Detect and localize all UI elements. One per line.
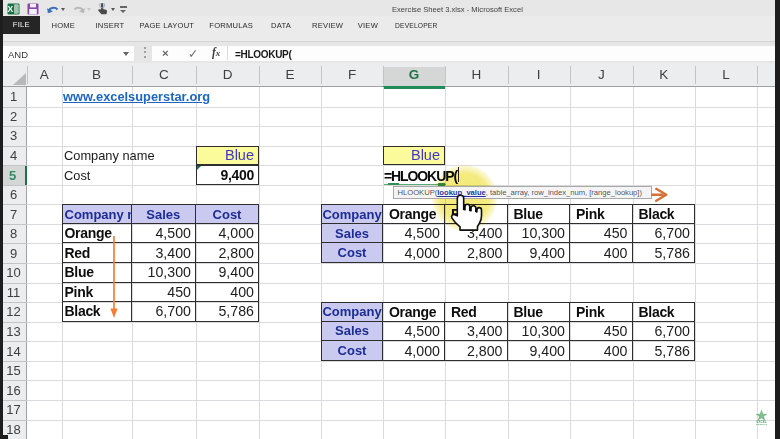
svg-text:SUPERSTAR: SUPERSTAR: [756, 423, 768, 425]
svg-text:X: X: [8, 4, 14, 14]
